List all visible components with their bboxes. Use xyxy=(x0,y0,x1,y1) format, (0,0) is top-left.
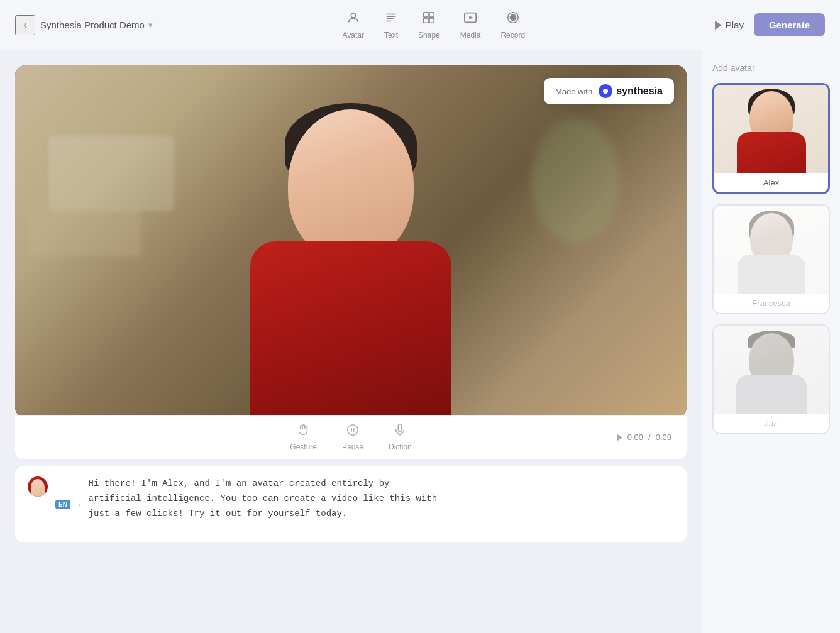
title-chevron-icon: ▾ xyxy=(148,20,153,30)
avatar-card-jaz[interactable]: Jaz xyxy=(712,324,830,434)
pause-label: Pause xyxy=(342,443,363,451)
diction-icon xyxy=(393,423,407,440)
project-title: Synthesia Product Demo xyxy=(40,19,145,30)
time-separator: / xyxy=(648,432,651,442)
alex-body xyxy=(737,132,806,173)
time-current: 0:00 xyxy=(627,432,643,442)
controls-bar: Gesture Pause xyxy=(15,415,687,459)
pause-control[interactable]: Pause xyxy=(342,423,363,451)
topbar: ‹ Synthesia Product Demo ▾ Avatar Text xyxy=(0,0,840,50)
shape-tool-label: Shape xyxy=(418,31,440,40)
sidebar-title: Add avatar xyxy=(712,63,830,73)
script-avatar-face xyxy=(31,479,45,497)
toolbar: Avatar Text Shape xyxy=(343,11,526,40)
svg-point-0 xyxy=(351,13,355,17)
svg-marker-10 xyxy=(469,16,473,19)
tool-media[interactable]: Media xyxy=(460,11,481,40)
tool-shape[interactable]: Shape xyxy=(418,11,440,40)
alex-card-image xyxy=(714,85,828,173)
play-button[interactable]: Play xyxy=(715,19,744,30)
text-tool-label: Text xyxy=(384,31,398,40)
bg-element-1 xyxy=(48,136,174,211)
synthesia-icon xyxy=(599,84,612,98)
jaz-card-image xyxy=(714,326,829,414)
canvas-area: Made with synthesia xyxy=(0,50,702,633)
francesca-body xyxy=(738,255,805,294)
watermark: Made with synthesia xyxy=(544,78,674,104)
jaz-body xyxy=(736,375,807,414)
mini-play-icon[interactable] xyxy=(617,434,622,441)
script-text[interactable]: Hi there! I'm Alex, and I'm an avatar cr… xyxy=(89,476,674,521)
gesture-control[interactable]: Gesture xyxy=(290,423,317,451)
avatar-card-alex[interactable]: Alex xyxy=(712,83,830,194)
play-label: Play xyxy=(726,19,744,30)
script-area: EN › Hi there! I'm Alex, and I'm an avat… xyxy=(15,466,687,542)
diction-label: Diction xyxy=(389,443,412,451)
language-badge: EN xyxy=(55,500,70,509)
media-icon xyxy=(463,11,477,28)
media-tool-label: Media xyxy=(460,31,481,40)
francesca-card-image xyxy=(714,206,829,294)
time-total: 0:09 xyxy=(656,432,671,442)
avatar-tool-label: Avatar xyxy=(343,31,364,40)
svg-rect-8 xyxy=(429,18,434,22)
topbar-actions: Play Generate xyxy=(715,13,825,36)
pause-icon xyxy=(346,423,360,440)
controls-container: Gesture Pause xyxy=(15,415,687,459)
gesture-icon xyxy=(297,423,311,440)
avatar-card-francesca[interactable]: Francesca xyxy=(712,204,830,314)
tool-text[interactable]: Text xyxy=(384,11,398,40)
avatar-body xyxy=(250,241,451,417)
main-layout: Made with synthesia xyxy=(0,50,840,633)
generate-button[interactable]: Generate xyxy=(754,13,825,36)
script-avatar-thumbnail xyxy=(28,476,48,497)
video-background: Made with synthesia xyxy=(15,65,687,417)
tool-record[interactable]: Record xyxy=(500,11,525,40)
back-button[interactable]: ‹ xyxy=(15,15,35,35)
play-triangle-icon xyxy=(715,21,722,30)
gesture-label: Gesture xyxy=(290,443,317,451)
francesca-name: Francesca xyxy=(714,294,829,313)
diction-control[interactable]: Diction xyxy=(389,423,412,451)
record-tool-label: Record xyxy=(500,31,525,40)
jaz-name: Jaz xyxy=(714,414,829,433)
svg-rect-6 xyxy=(429,12,434,16)
svg-point-13 xyxy=(348,425,358,436)
alex-name: Alex xyxy=(714,173,828,192)
avatar-icon xyxy=(346,11,360,28)
bg-element-2 xyxy=(28,206,141,256)
record-icon xyxy=(506,11,520,28)
watermark-made-with: Made with xyxy=(555,87,592,96)
video-preview: Made with synthesia xyxy=(15,65,687,417)
project-title-area[interactable]: Synthesia Product Demo ▾ xyxy=(40,19,153,30)
svg-rect-5 xyxy=(424,12,428,16)
bg-element-3 xyxy=(531,118,619,244)
text-icon xyxy=(384,11,398,28)
avatar-list: Alex Francesca Jaz xyxy=(712,83,830,434)
watermark-logo: synthesia xyxy=(599,84,663,98)
time-display: 0:00 / 0:09 xyxy=(617,432,671,442)
avatar-preview xyxy=(219,91,483,417)
right-sidebar: Add avatar Alex Francesca xyxy=(702,50,840,633)
avatar-head xyxy=(288,109,414,260)
svg-point-11 xyxy=(510,14,516,20)
synthesia-brand: synthesia xyxy=(616,85,663,97)
tool-avatar[interactable]: Avatar xyxy=(343,11,364,40)
script-expand-icon[interactable]: › xyxy=(78,499,81,509)
svg-rect-7 xyxy=(424,18,428,22)
shape-icon xyxy=(422,11,436,28)
